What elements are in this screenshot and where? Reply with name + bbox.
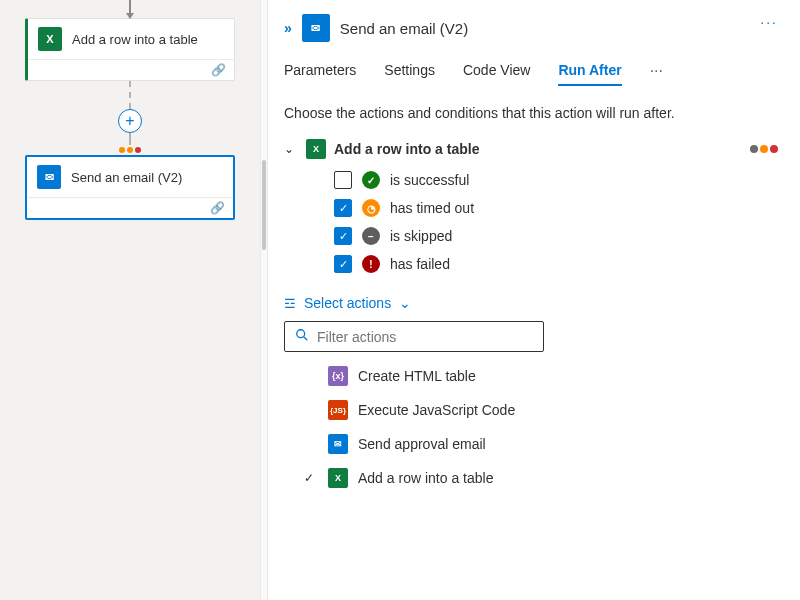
- select-actions-toggle[interactable]: ☲ Select actions ⌄: [284, 295, 778, 311]
- condition-label: is skipped: [390, 228, 452, 244]
- tab-parameters[interactable]: Parameters: [284, 56, 356, 86]
- excel-icon: X: [38, 27, 62, 51]
- panel-title: Send an email (V2): [340, 20, 468, 37]
- outlook-icon: ✉: [37, 165, 61, 189]
- excel-icon: X: [306, 139, 326, 159]
- tab-settings[interactable]: Settings: [384, 56, 435, 86]
- panel-more-button[interactable]: ···: [760, 14, 778, 30]
- panel-tabs: Parameters Settings Code View Run After …: [284, 56, 778, 87]
- checkbox-checked[interactable]: ✓: [334, 199, 352, 217]
- details-panel: ··· » ✉ Send an email (V2) Parameters Se…: [268, 0, 800, 600]
- arrow-down-icon: [129, 0, 131, 18]
- scrollbar[interactable]: [260, 0, 268, 600]
- condition-timeout[interactable]: ✓ ◔ has timed out: [334, 199, 778, 217]
- node-label: Add a row into a table: [72, 32, 198, 47]
- action-option-add-row[interactable]: ✓ X Add a row into a table: [284, 462, 778, 494]
- checkbox-checked[interactable]: ✓: [334, 227, 352, 245]
- data-operation-icon: {x}: [328, 366, 348, 386]
- link-icon: 🔗: [211, 63, 226, 77]
- condition-label: has timed out: [390, 200, 474, 216]
- dashed-connector: [129, 81, 131, 109]
- inline-code-icon: {JS}: [328, 400, 348, 420]
- action-options-list: {x} Create HTML table {JS} Execute JavaS…: [284, 360, 778, 494]
- scrollbar-thumb[interactable]: [262, 160, 266, 250]
- filter-actions-box[interactable]: [284, 321, 544, 352]
- action-label: Add a row into a table: [358, 470, 493, 486]
- filter-actions-input[interactable]: [317, 329, 533, 345]
- link-icon: 🔗: [210, 201, 225, 215]
- svg-point-0: [297, 330, 305, 338]
- dashed-connector: [129, 133, 131, 145]
- chevron-down-icon: ⌄: [284, 142, 298, 156]
- collapse-panel-button[interactable]: »: [284, 20, 292, 36]
- checkbox-checked[interactable]: ✓: [334, 255, 352, 273]
- outlook-icon: ✉: [328, 434, 348, 454]
- checkmark-icon: ✓: [304, 471, 318, 485]
- action-label: Send approval email: [358, 436, 486, 452]
- list-icon: ☲: [284, 296, 296, 311]
- status-dots: [750, 145, 778, 153]
- outlook-icon: ✉: [302, 14, 330, 42]
- failed-icon: !: [362, 255, 380, 273]
- add-step-button[interactable]: +: [118, 109, 142, 133]
- action-label: Execute JavaScript Code: [358, 402, 515, 418]
- status-indicator-dots: [119, 147, 141, 153]
- canvas-node-send-email[interactable]: ✉ Send an email (V2) 🔗: [25, 155, 235, 220]
- timeout-icon: ◔: [362, 199, 380, 217]
- flow-canvas[interactable]: X Add a row into a table 🔗 + ✉ Send an e…: [0, 0, 260, 600]
- action-label: Create HTML table: [358, 368, 476, 384]
- condition-skipped[interactable]: ✓ − is skipped: [334, 227, 778, 245]
- condition-label: has failed: [390, 256, 450, 272]
- condition-failed[interactable]: ✓ ! has failed: [334, 255, 778, 273]
- skipped-icon: −: [362, 227, 380, 245]
- select-actions-label: Select actions: [304, 295, 391, 311]
- checkbox-unchecked[interactable]: [334, 171, 352, 189]
- search-icon: [295, 328, 309, 345]
- condition-label: is successful: [390, 172, 469, 188]
- action-option-html-table[interactable]: {x} Create HTML table: [284, 360, 778, 392]
- condition-action-name: Add a row into a table: [334, 141, 479, 157]
- action-option-js-code[interactable]: {JS} Execute JavaScript Code: [284, 394, 778, 426]
- run-after-description: Choose the actions and conditions that t…: [284, 105, 778, 121]
- node-label: Send an email (V2): [71, 170, 182, 185]
- success-icon: ✓: [362, 171, 380, 189]
- tab-runafter[interactable]: Run After: [558, 56, 621, 86]
- tab-more-button[interactable]: ···: [650, 56, 663, 86]
- tab-codeview[interactable]: Code View: [463, 56, 530, 86]
- excel-icon: X: [328, 468, 348, 488]
- chevron-down-icon: ⌄: [399, 295, 411, 311]
- condition-action-header[interactable]: ⌄ X Add a row into a table: [284, 139, 778, 159]
- condition-successful[interactable]: ✓ is successful: [334, 171, 778, 189]
- svg-line-1: [304, 337, 308, 341]
- action-option-approval[interactable]: ✉ Send approval email: [284, 428, 778, 460]
- canvas-node-add-row[interactable]: X Add a row into a table 🔗: [25, 18, 235, 81]
